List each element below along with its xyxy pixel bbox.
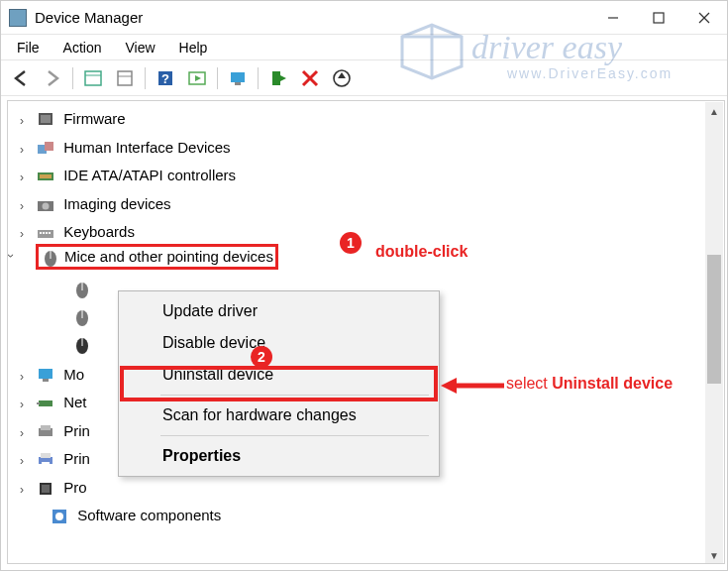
tree-item-label: Prin <box>63 450 90 467</box>
monitor-icon <box>36 365 55 383</box>
tree-item-ide[interactable]: › IDE ATA/ATAPI controllers <box>8 160 724 188</box>
enable-device-button[interactable] <box>264 64 292 92</box>
mouse-icon[interactable] <box>73 278 91 301</box>
svg-marker-55 <box>441 378 457 394</box>
tree-item-software-components[interactable]: Software components <box>8 500 724 528</box>
svg-text:?: ? <box>161 71 169 86</box>
properties-button[interactable] <box>111 64 139 92</box>
scroll-down-icon[interactable]: ▼ <box>705 546 723 564</box>
show-hidden-button[interactable] <box>79 64 107 92</box>
svg-point-27 <box>43 202 50 209</box>
menu-action[interactable]: Action <box>53 37 112 58</box>
ide-icon <box>36 166 55 183</box>
svg-marker-11 <box>195 75 201 81</box>
tree-item-label: Mo <box>63 365 84 382</box>
chevron-right-icon[interactable]: › <box>16 477 28 489</box>
svg-rect-4 <box>85 71 101 85</box>
svg-rect-48 <box>41 453 51 458</box>
svg-rect-12 <box>231 72 245 82</box>
camera-icon <box>36 194 55 212</box>
forward-button[interactable] <box>39 64 66 92</box>
back-button[interactable] <box>7 64 35 92</box>
scroll-up-icon[interactable]: ▲ <box>705 102 723 120</box>
mouse-icon[interactable] <box>73 333 91 357</box>
menu-view[interactable]: View <box>115 37 164 58</box>
chevron-right-icon[interactable]: › <box>16 221 28 233</box>
svg-rect-51 <box>42 485 50 493</box>
svg-marker-15 <box>280 75 286 81</box>
help-button[interactable]: ? <box>152 64 179 92</box>
ctx-separator <box>160 435 429 436</box>
vertical-scrollbar[interactable]: ▲ ▼ <box>705 102 723 564</box>
svg-rect-44 <box>37 402 40 404</box>
maximize-button[interactable] <box>636 2 681 34</box>
update-button[interactable] <box>328 64 356 92</box>
tree-item-keyboards[interactable]: › Keyboards <box>8 216 724 245</box>
svg-rect-29 <box>40 232 42 234</box>
svg-rect-25 <box>40 174 52 178</box>
ctx-separator <box>160 395 429 396</box>
svg-rect-43 <box>39 400 52 406</box>
mouse-icon[interactable] <box>73 305 91 329</box>
context-menu: Update driver Disable device Uninstall d… <box>118 290 440 477</box>
svg-rect-14 <box>272 71 280 85</box>
svg-rect-46 <box>41 425 51 430</box>
tree-item-firmware[interactable]: › Firmware <box>8 103 724 132</box>
toolbar-separator <box>145 67 146 89</box>
chevron-right-icon[interactable]: › <box>16 420 28 432</box>
ctx-disable-device[interactable]: Disable device <box>121 327 437 359</box>
chevron-right-icon[interactable]: › <box>16 392 28 403</box>
svg-rect-49 <box>42 462 50 466</box>
titlebar: Device Manager <box>1 1 727 35</box>
annotation-text-2b: Uninstall device <box>552 375 673 392</box>
highlight-box-1: Mice and other pointing devices <box>36 244 278 270</box>
minimize-button[interactable] <box>590 2 636 34</box>
svg-rect-41 <box>39 369 52 379</box>
mouse-icon <box>41 248 60 266</box>
toolbar-separator <box>72 67 73 89</box>
app-icon <box>9 9 27 27</box>
annotation-badge-2: 2 <box>251 346 272 368</box>
menu-file[interactable]: File <box>7 37 50 58</box>
chevron-right-icon[interactable]: › <box>16 137 28 149</box>
annotation-text-1: double-click <box>375 243 468 261</box>
tree-item-label: Firmware <box>63 110 126 127</box>
ctx-update-driver[interactable]: Update driver <box>121 295 437 327</box>
window-controls <box>590 2 727 34</box>
chevron-right-icon[interactable]: › <box>16 108 28 120</box>
close-button[interactable] <box>681 2 727 34</box>
uninstall-device-button[interactable] <box>296 64 324 92</box>
chip-icon <box>36 478 55 496</box>
keyboard-icon <box>36 222 55 240</box>
ctx-scan-hardware[interactable]: Scan for hardware changes <box>121 400 437 431</box>
ctx-uninstall-device[interactable]: Uninstall device <box>121 359 437 391</box>
chevron-right-icon[interactable]: › <box>16 448 28 460</box>
annotation-text-2a: select <box>506 375 552 392</box>
tree-item-imaging[interactable]: › Imaging devices <box>8 188 724 217</box>
chevron-right-icon[interactable]: › <box>16 364 28 376</box>
svg-point-53 <box>55 513 63 520</box>
ctx-properties[interactable]: Properties <box>121 440 437 472</box>
chevron-right-icon[interactable]: › <box>16 193 28 205</box>
svg-rect-1 <box>654 13 664 23</box>
svg-rect-30 <box>43 232 45 234</box>
chevron-down-icon[interactable]: › <box>12 250 24 262</box>
hid-icon <box>36 138 55 156</box>
tree-item-label: Pro <box>63 478 86 495</box>
printer-port-icon <box>36 421 55 439</box>
tree-item-label: Imaging devices <box>63 194 170 211</box>
scan-hardware-button[interactable] <box>183 64 211 92</box>
scrollbar-thumb[interactable] <box>707 255 721 384</box>
annotation-text-2: select Uninstall device <box>506 375 673 393</box>
update-driver-button[interactable] <box>224 64 252 92</box>
svg-marker-19 <box>338 72 346 78</box>
chevron-right-icon[interactable]: › <box>16 165 28 176</box>
tree-item-label: Software components <box>77 507 221 523</box>
svg-rect-21 <box>41 115 51 123</box>
main-area: › Firmware › Human Interface Devices › <box>1 96 727 570</box>
menu-help[interactable]: Help <box>169 37 218 58</box>
svg-rect-23 <box>45 142 53 151</box>
tree-item-hid[interactable]: › Human Interface Devices <box>8 132 724 161</box>
svg-rect-32 <box>49 232 51 234</box>
window-title: Device Manager <box>35 9 143 26</box>
